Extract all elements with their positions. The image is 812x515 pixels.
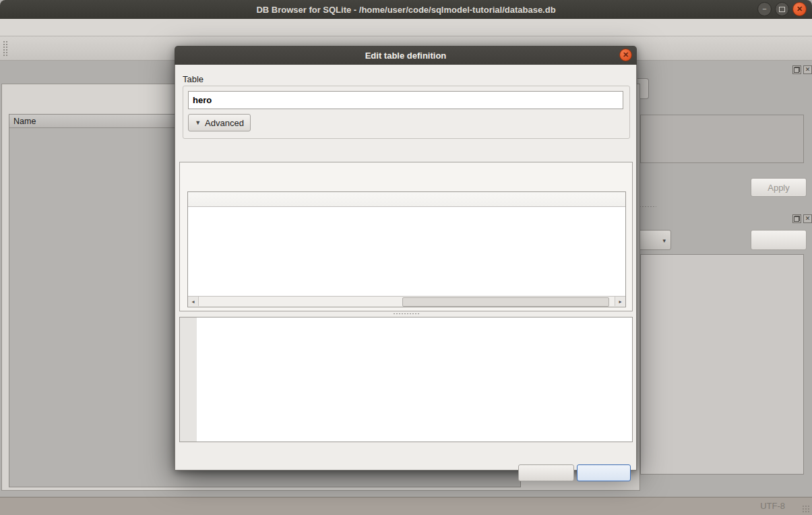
advanced-toggle-button[interactable]: ▼ Advanced [188, 114, 251, 131]
maximize-button[interactable] [775, 2, 789, 16]
close-icon: ✕ [793, 3, 806, 16]
maximize-box [779, 7, 785, 12]
maximize-icon [776, 3, 788, 16]
dock-float-icon[interactable] [792, 65, 801, 74]
resize-grip[interactable] [802, 505, 810, 513]
dialog-close-button[interactable]: ✕ [619, 49, 632, 61]
clear-log-button[interactable] [751, 230, 807, 250]
grid-empty-area [188, 207, 625, 296]
horizontal-scrollbar[interactable]: ◂ ▸ [188, 296, 625, 307]
edit-cell-dock-controls [792, 65, 812, 74]
scroll-left-icon[interactable]: ◂ [188, 297, 199, 306]
close-icon: ✕ [623, 51, 629, 59]
app-window: DB Browser for SQLite - /home/user/code/… [0, 0, 812, 515]
dialog-splitter[interactable] [393, 313, 420, 315]
dialog-title: Edit table definition [365, 51, 447, 61]
cell-editor-textarea[interactable] [640, 115, 804, 163]
close-button[interactable]: ✕ [792, 2, 807, 16]
scroll-right-icon[interactable]: ▸ [615, 297, 625, 306]
chevron-down-icon: ▾ [662, 237, 666, 244]
sql-log-dock-controls [792, 214, 812, 223]
dock-close-icon[interactable] [803, 214, 812, 223]
minimize-icon: − [758, 3, 771, 16]
dialog-titlebar[interactable]: Edit table definition ✕ [175, 46, 637, 65]
statusbar: UTF-8 [0, 497, 812, 515]
toolbar-drag-handle[interactable] [3, 40, 7, 57]
dock-close-icon[interactable] [803, 65, 812, 74]
fields-grid: ◂ ▸ [187, 191, 626, 307]
dock-float-icon[interactable] [792, 214, 801, 223]
scrollbar-thumb[interactable] [402, 297, 609, 307]
sql-log-textarea[interactable] [640, 254, 804, 475]
menubar [0, 19, 812, 36]
window-controls: −✕ [757, 2, 807, 16]
dialog-body: Table ▼ Advanced ◂ ▸ [175, 65, 637, 471]
grid-header [188, 192, 625, 207]
apply-button: Apply [751, 178, 807, 197]
table-group-label: Table [183, 74, 204, 84]
encoding-label: UTF-8 [760, 501, 785, 511]
fields-tab-panel: ◂ ▸ [179, 162, 633, 311]
ok-button[interactable] [577, 464, 631, 481]
dock-splitter[interactable] [639, 206, 656, 208]
edit-table-dialog: Edit table definition ✕ Table ▼ Advanced [175, 46, 637, 471]
window-titlebar[interactable]: DB Browser for SQLite - /home/user/code/… [0, 0, 812, 19]
window-title: DB Browser for SQLite - /home/user/code/… [256, 5, 555, 15]
sql-preview[interactable] [179, 317, 633, 442]
advanced-label: Advanced [205, 118, 244, 128]
table-name-input[interactable] [188, 91, 623, 109]
cancel-button[interactable] [518, 464, 574, 481]
chevron-down-icon: ▼ [195, 119, 201, 126]
minimize-button[interactable]: − [757, 2, 772, 16]
